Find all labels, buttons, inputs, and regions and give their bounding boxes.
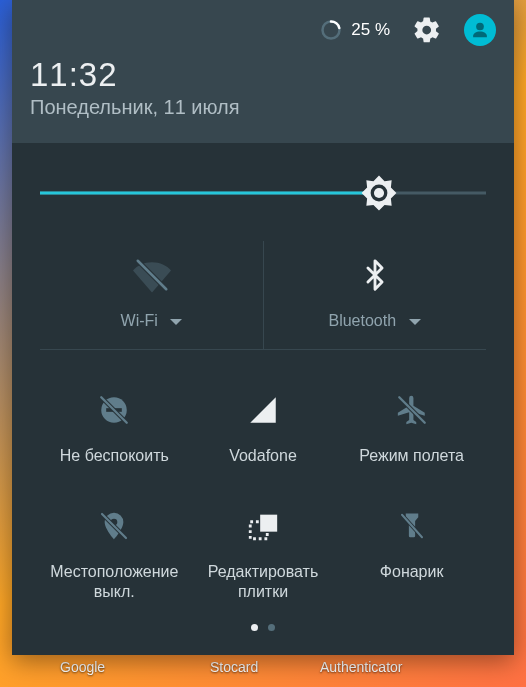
tile-flashlight-label: Фонарик [380,562,444,582]
svg-point-1 [476,23,484,31]
battery-indicator[interactable]: 25 % [319,18,390,42]
airplane-off-icon [395,390,429,430]
tile-dnd-label: Не беспокоить [60,446,169,466]
cellular-signal-icon [246,390,280,430]
chevron-down-icon [170,319,182,325]
tile-bluetooth-label[interactable]: Bluetooth [328,311,420,331]
bluetooth-icon [358,255,392,295]
time-text: 11:32 [30,56,496,94]
wifi-off-icon [133,255,171,295]
tile-edit[interactable]: Редактировать плитки [189,492,338,620]
tile-airplane-label: Режим полета [359,446,464,466]
bluetooth-label-text: Bluetooth [328,312,396,329]
tile-row-1: Wi-Fi Bluetooth [40,241,486,350]
user-avatar-button[interactable] [464,14,496,46]
battery-circle-icon [319,18,343,42]
svg-point-4 [374,188,384,198]
tile-wifi[interactable]: Wi-Fi [40,241,263,349]
header: 25 % 11:32 Понедельник, [12,0,514,143]
pager-indicator [40,620,486,645]
tile-row-2: Не беспокоить Vodafone Р [40,376,486,484]
tile-bluetooth[interactable]: Bluetooth [263,241,486,349]
tile-cellular[interactable]: Vodafone [189,376,338,484]
wifi-label-text: Wi-Fi [121,312,158,329]
location-off-icon [98,506,130,546]
tile-airplane[interactable]: Режим полета [337,376,486,484]
brightness-thumb-icon[interactable] [359,173,399,213]
chevron-down-icon [409,319,421,325]
tile-cellular-label: Vodafone [229,446,297,466]
tile-wifi-label[interactable]: Wi-Fi [121,311,183,331]
homescreen-app-label: Authenticator [320,659,403,675]
tile-dnd[interactable]: Не беспокоить [40,376,189,484]
homescreen-app-label: Stocard [210,659,258,675]
pager-dot-active [251,624,258,631]
battery-percent-text: 25 % [351,20,390,40]
pager-dot [268,624,275,631]
edit-tiles-icon [246,506,280,546]
brightness-slider[interactable] [40,173,486,213]
settings-button[interactable] [412,15,442,45]
status-row: 25 % [30,10,496,50]
homescreen-app-label: Google [60,659,105,675]
flashlight-off-icon [397,506,427,546]
clock-block[interactable]: 11:32 Понедельник, 11 июля [30,56,496,119]
quick-settings-panel: 25 % 11:32 Понедельник, [12,0,514,655]
panel-body: Wi-Fi Bluetooth [12,143,514,655]
tile-location[interactable]: Местоположение выкл. [40,492,189,620]
slider-fill [40,192,379,195]
tile-row-3: Местоположение выкл. Редактировать плитк… [40,492,486,620]
dnd-off-icon [97,390,131,430]
tile-edit-label: Редактировать плитки [193,562,334,602]
avatar-icon [464,14,496,46]
tile-flashlight[interactable]: Фонарик [337,492,486,620]
date-text: Понедельник, 11 июля [30,96,496,119]
tile-location-label: Местоположение выкл. [44,562,185,602]
gear-icon [412,15,442,45]
